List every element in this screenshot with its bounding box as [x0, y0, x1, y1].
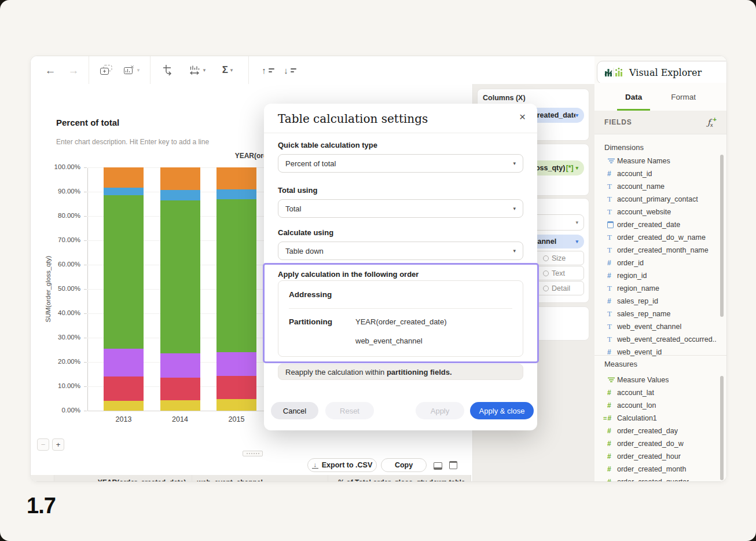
- field-item[interactable]: #order_created_do_w: [607, 437, 716, 450]
- stacked-bar[interactable]: [160, 167, 200, 411]
- app-window: ← → ▾: [30, 56, 727, 482]
- partitioning-value: YEAR(order_created_date): [355, 317, 447, 326]
- field-item[interactable]: Measure Names: [607, 155, 716, 167]
- duplicate-chart-button[interactable]: [93, 56, 119, 84]
- aggregate-button[interactable]: Σ ▾: [215, 56, 240, 84]
- partitioning-value: web_event_channel: [355, 337, 423, 345]
- forward-button[interactable]: →: [63, 56, 84, 84]
- expand-panel-icon[interactable]: [449, 461, 457, 469]
- close-icon[interactable]: ×: [519, 111, 526, 123]
- chart-description[interactable]: Enter chart description. Hit Enter key t…: [56, 138, 209, 146]
- tab-data[interactable]: Data: [625, 83, 642, 111]
- bar-segment[interactable]: [216, 167, 256, 189]
- field-item[interactable]: Tweb_event_channel: [607, 320, 716, 333]
- reset-button[interactable]: Reset: [325, 402, 374, 419]
- sort-descending-button[interactable]: ↓: [277, 56, 303, 84]
- number-field-icon: #: [607, 465, 617, 473]
- bar-width-icon: [189, 65, 201, 76]
- field-item[interactable]: #order_created_day: [607, 425, 716, 437]
- columns-shelf-label: Columns (X): [483, 94, 526, 102]
- field-item[interactable]: #web_event_id: [607, 346, 716, 359]
- panel-resize-handle[interactable]: [243, 451, 263, 456]
- bar-segment[interactable]: [160, 190, 200, 200]
- stacked-bar[interactable]: [216, 167, 256, 411]
- field-item[interactable]: Tregion_name: [607, 282, 716, 295]
- back-button[interactable]: ←: [40, 56, 61, 84]
- export-csv-button[interactable]: ↓ Export to .CSV: [307, 458, 377, 472]
- add-calculation-button[interactable]: ƒx+: [707, 116, 717, 128]
- field-item-label: web_event_channel: [617, 323, 681, 331]
- bar-segment[interactable]: [216, 376, 256, 399]
- sort-lines-icon: [291, 68, 296, 72]
- field-item[interactable]: Tsales_rep_name: [607, 308, 716, 320]
- field-item-label: Measure Names: [617, 157, 670, 165]
- transpose-icon: [163, 64, 174, 76]
- dialog-select-calculate-using[interactable]: Table down▾: [278, 242, 523, 260]
- dialog-select-total-using[interactable]: Total▾: [278, 199, 523, 218]
- cancel-button[interactable]: Cancel: [271, 402, 318, 419]
- field-item[interactable]: #order_id: [607, 257, 716, 269]
- transpose-button[interactable]: [157, 56, 180, 84]
- version-caption: 1.7: [27, 494, 56, 518]
- bar-segment[interactable]: [160, 200, 200, 353]
- visual-explorer-logo-icon: [604, 66, 624, 79]
- field-item[interactable]: #order_created_quarter: [607, 476, 716, 482]
- bar-segment[interactable]: [216, 352, 256, 376]
- field-item[interactable]: =#Calculation1: [607, 412, 716, 425]
- field-item[interactable]: Taccount_website: [607, 206, 716, 218]
- bar-segment[interactable]: [160, 378, 200, 400]
- collapse-panel-icon[interactable]: [434, 462, 442, 470]
- bar-width-button[interactable]: ▾: [182, 56, 212, 84]
- field-item[interactable]: Torder_created_month_name: [607, 244, 716, 257]
- field-item-label: account_name: [617, 182, 665, 191]
- field-item[interactable]: #sales_rep_id: [607, 295, 716, 308]
- text-field-icon: T: [607, 309, 617, 319]
- bar-segment[interactable]: [104, 376, 144, 401]
- dialog-select-calc-type[interactable]: Percent of total▾: [278, 154, 523, 173]
- delete-chart-button[interactable]: ▾: [116, 56, 146, 84]
- bar-segment[interactable]: [160, 400, 200, 411]
- bar-segment[interactable]: [160, 167, 200, 190]
- y-tick-label: 10.00%: [45, 382, 80, 389]
- field-item[interactable]: #order_created_month: [607, 463, 716, 476]
- tab-format[interactable]: Format: [671, 83, 696, 111]
- field-item-label: Measure Values: [617, 376, 669, 384]
- stacked-bar[interactable]: [104, 167, 144, 411]
- apply-button[interactable]: Apply: [416, 402, 464, 419]
- y-tick-mark: [84, 240, 87, 241]
- delete-chart-icon: [123, 65, 135, 75]
- text-field-icon: T: [607, 322, 617, 331]
- zoom-out-button[interactable]: −: [37, 438, 49, 451]
- bar-segment[interactable]: [216, 189, 256, 199]
- chart-title[interactable]: Percent of total: [56, 118, 119, 127]
- field-item[interactable]: #order_created_hour: [607, 450, 716, 463]
- bar-segment[interactable]: [104, 167, 144, 188]
- bar-segment[interactable]: [104, 188, 144, 195]
- bar-segment[interactable]: [216, 399, 256, 411]
- bar-segment[interactable]: [104, 401, 144, 411]
- number-field-icon: #: [607, 272, 617, 280]
- apply-and-close-button[interactable]: Apply & close: [470, 402, 534, 419]
- bar-segment[interactable]: [160, 353, 200, 378]
- y-tick-label: 40.00%: [45, 309, 80, 316]
- visual-explorer-button[interactable]: Visual Explorer ▾: [597, 61, 727, 84]
- field-item[interactable]: #account_lat: [607, 386, 716, 399]
- y-tick-label: 30.00%: [45, 334, 80, 341]
- field-item[interactable]: Tweb_event_created_occurred...: [607, 333, 716, 346]
- bar-segment[interactable]: [104, 195, 144, 349]
- field-item[interactable]: Taccount_primary_contact: [607, 193, 716, 206]
- bar-segment[interactable]: [104, 349, 144, 376]
- copy-button[interactable]: Copy: [381, 458, 427, 472]
- measures-scrollbar[interactable]: [720, 376, 724, 480]
- field-item[interactable]: Torder_created_do_w_name: [607, 231, 716, 244]
- zoom-in-button[interactable]: +: [52, 438, 64, 451]
- field-item-label: order_created_do_w: [617, 440, 684, 448]
- field-item[interactable]: #account_id: [607, 167, 716, 180]
- field-item[interactable]: Taccount_name: [607, 180, 716, 193]
- field-item[interactable]: #region_id: [607, 269, 716, 282]
- field-item[interactable]: Measure Values: [607, 374, 716, 386]
- field-item[interactable]: #account_lon: [607, 399, 716, 412]
- bar-segment[interactable]: [216, 199, 256, 353]
- dimensions-scrollbar[interactable]: [720, 155, 724, 317]
- field-item[interactable]: order_created_date: [607, 218, 716, 231]
